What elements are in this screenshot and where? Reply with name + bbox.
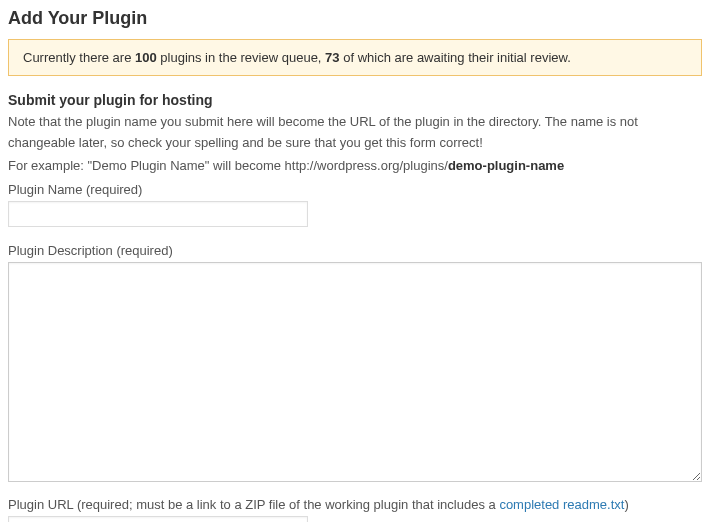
awaiting-count: 73 <box>325 50 339 65</box>
section-heading: Submit your plugin for hosting <box>8 92 702 108</box>
queue-notice: Currently there are 100 plugins in the r… <box>8 39 702 76</box>
note-line-1: Note that the plugin name you submit her… <box>8 112 702 154</box>
note-line-2: For example: "Demo Plugin Name" will bec… <box>8 156 702 177</box>
example-slug: demo-plugin-name <box>448 158 564 173</box>
plugin-url-label: Plugin URL (required; must be a link to … <box>8 497 702 512</box>
plugin-url-label-suffix: ) <box>624 497 628 512</box>
example-prefix: For example: "Demo Plugin Name" will bec… <box>8 158 448 173</box>
plugin-url-input[interactable] <box>8 516 308 522</box>
notice-text-prefix: Currently there are <box>23 50 135 65</box>
plugin-name-label: Plugin Name (required) <box>8 182 702 197</box>
page-title: Add Your Plugin <box>8 8 702 29</box>
queue-count: 100 <box>135 50 157 65</box>
plugin-name-input[interactable] <box>8 201 308 227</box>
readme-link[interactable]: completed readme.txt <box>499 497 624 512</box>
plugin-description-label: Plugin Description (required) <box>8 243 702 258</box>
plugin-description-textarea[interactable] <box>8 262 702 482</box>
notice-text-suffix: of which are awaiting their initial revi… <box>340 50 571 65</box>
plugin-url-label-prefix: Plugin URL (required; must be a link to … <box>8 497 499 512</box>
notice-text-mid: plugins in the review queue, <box>157 50 325 65</box>
